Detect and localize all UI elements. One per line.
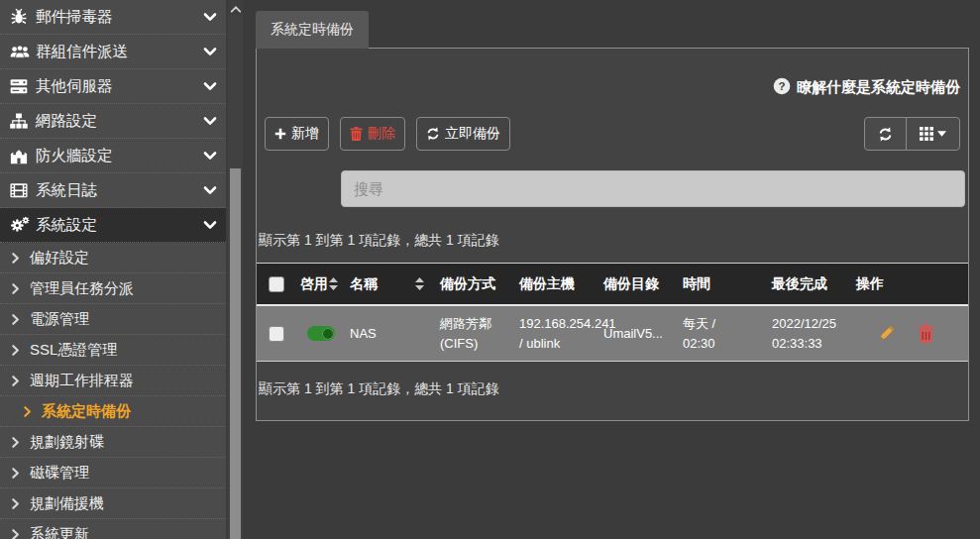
chevron-down-icon [202, 182, 218, 198]
header-actions: 操作 [852, 264, 968, 304]
sidebar-subitem-label: 週期工作排程器 [30, 372, 134, 390]
sidebar-item-label: 防火牆設定 [36, 146, 202, 166]
search-row [257, 170, 968, 207]
refresh-button[interactable] [864, 117, 907, 151]
last-done-line2: 02:33:33 [772, 334, 836, 354]
toolbar: 新增 刪除 立即備份 [257, 117, 968, 151]
scrollbar-up-button[interactable] [228, 0, 243, 15]
sidebar-subitem-failover-planning[interactable]: 規劃備援機 [0, 488, 226, 519]
sidebar-item-network-settings[interactable]: 網路設定 [0, 104, 226, 139]
header-time[interactable]: 時間 [679, 264, 768, 304]
header-enabled[interactable]: 啓用 [296, 264, 346, 304]
angle-right-icon [11, 344, 20, 357]
sidebar-subitem-label: SSL憑證管理 [30, 341, 117, 360]
header-backup-host[interactable]: 備份主機 [515, 264, 599, 304]
header-backup-directory[interactable]: 備份目錄 [599, 264, 679, 304]
sync-icon [426, 127, 440, 141]
sidebar-subitem-disk-management[interactable]: 磁碟管理 [0, 458, 226, 488]
last-done-line1: 2022/12/25 [772, 314, 836, 334]
sidebar-item-label: 系統設定 [36, 215, 202, 236]
row-directory-cell: UmailV5... [599, 306, 679, 361]
edit-pencil-icon[interactable] [876, 324, 896, 344]
angle-right-icon [11, 497, 20, 510]
question-circle-icon [773, 77, 791, 98]
header-select-all-cell [257, 264, 296, 304]
time-line1: 每天 / [683, 314, 715, 334]
sidebar-subitem-mirror-disk-planning[interactable]: 規劃鏡射碟 [0, 427, 226, 458]
header-name[interactable]: 名稱 [346, 264, 436, 304]
sidebar-subitem-admin-task-assignment[interactable]: 管理員任務分派 [0, 273, 226, 304]
sidebar-item-label: 群組信件派送 [36, 42, 202, 62]
add-button[interactable]: 新增 [265, 117, 329, 151]
records-info-top: 顯示第 1 到第 1 項記錄，總共 1 項記錄 [257, 232, 968, 250]
columns-button[interactable] [906, 117, 960, 151]
sidebar-item-group-mail-delivery[interactable]: 群組信件派送 [0, 35, 226, 69]
row-method-cell: 網路芳鄰 (CIFS) [436, 306, 515, 361]
users-icon [10, 45, 36, 59]
sitemap-icon [10, 113, 36, 130]
sidebar-item-mail-virus-scanner[interactable]: 郵件掃毒器 [0, 0, 226, 35]
sidebar-item-system-logs[interactable]: 系統日誌 [0, 173, 226, 208]
angle-right-icon [23, 405, 32, 418]
sidebar-item-label: 系統日誌 [36, 180, 202, 201]
angle-right-icon [11, 375, 20, 387]
server-icon [10, 78, 36, 95]
sidebar-subitem-label: 磁碟管理 [30, 464, 89, 483]
row-enabled-cell [296, 306, 346, 361]
delete-trash-icon[interactable] [918, 324, 934, 343]
add-button-label: 新增 [291, 125, 319, 143]
toolbar-left: 新增 刪除 立即備份 [265, 117, 510, 151]
table-row: NAS 網路芳鄰 (CIFS) 192.168.254.241 / ublink [257, 306, 968, 362]
sidebar-item-other-servers[interactable]: 其他伺服器 [0, 69, 226, 104]
tab-scheduled-backup[interactable]: 系統定時備份 [256, 11, 369, 49]
angle-right-icon [11, 436, 20, 449]
chevron-down-icon [202, 78, 218, 94]
angle-right-icon [11, 467, 20, 480]
angle-right-icon [11, 528, 20, 539]
sidebar-subitem-power-management[interactable]: 電源管理 [0, 304, 226, 335]
method-line2: (CIFS) [440, 334, 491, 354]
sidebar-subitem-scheduled-backup[interactable]: 系統定時備份 [0, 396, 226, 427]
enabled-toggle[interactable] [307, 326, 335, 341]
castle-icon [10, 148, 36, 164]
delete-button-label: 刪除 [368, 125, 395, 143]
tab-label: 系統定時備份 [271, 21, 354, 37]
sidebar-subitem-label: 規劃備援機 [30, 494, 104, 513]
sidebar-subitem-label: 電源管理 [30, 310, 89, 329]
sidebar-subitem-label: 偏好設定 [30, 249, 89, 268]
row-name-cell: NAS [346, 306, 436, 361]
sidebar-subitem-cron-scheduler[interactable]: 週期工作排程器 [0, 366, 226, 396]
angle-right-icon [11, 282, 20, 295]
cogs-icon [10, 216, 36, 234]
sidebar-subitem-ssl-cert-management[interactable]: SSL憑證管理 [0, 335, 226, 366]
caret-down-icon [937, 131, 946, 137]
bug-icon [10, 8, 36, 26]
header-last-completed[interactable]: 最後完成 [768, 264, 852, 304]
sidebar-subitem-system-update[interactable]: 系統更新 [0, 519, 226, 539]
row-time-cell: 每天 / 02:30 [679, 306, 768, 361]
chevron-up-icon [230, 0, 242, 17]
sync-icon [878, 127, 893, 142]
toolbar-right [864, 117, 960, 151]
sidebar-item-system-settings[interactable]: 系統設定 [0, 208, 226, 243]
sidebar-scrollbar[interactable] [226, 0, 243, 539]
chevron-down-icon [202, 44, 218, 59]
sidebar-subitem-label: 系統更新 [30, 525, 89, 539]
chevron-down-icon [202, 113, 218, 129]
plus-icon [274, 128, 286, 140]
search-input[interactable] [341, 170, 965, 207]
table-header-row: 啓用 名稱 備份方式 備份主機 備份目錄 時間 最後完成 操作 [257, 263, 968, 306]
help-link[interactable]: 瞭解什麼是系統定時備份 [773, 77, 960, 98]
delete-button[interactable]: 刪除 [340, 117, 405, 151]
sidebar-subitem-preferences[interactable]: 偏好設定 [0, 243, 226, 273]
header-backup-method[interactable]: 備份方式 [436, 264, 515, 304]
time-line2: 02:30 [683, 334, 715, 354]
sidebar-item-firewall-settings[interactable]: 防火牆設定 [0, 139, 226, 173]
sidebar-item-label: 郵件掃毒器 [36, 7, 202, 28]
backup-now-button[interactable]: 立即備份 [416, 117, 510, 151]
row-checkbox[interactable] [269, 326, 284, 342]
scrollbar-thumb[interactable] [230, 168, 241, 539]
trash-icon [350, 127, 363, 141]
app-window: 郵件掃毒器 群組信件派送 其他伺服器 網路設定 防火牆設定 系統日誌 [0, 0, 980, 539]
select-all-checkbox[interactable] [269, 276, 284, 292]
